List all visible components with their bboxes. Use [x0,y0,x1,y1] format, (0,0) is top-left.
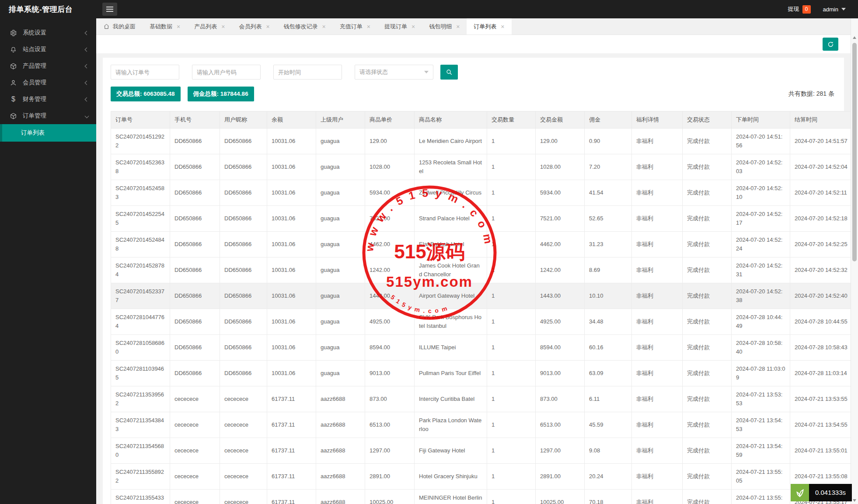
sidebar-item-5[interactable]: 订单管理 [0,108,96,124]
table-cell: 2024-07-21 13:55:12 [732,490,790,504]
tab-4[interactable]: 钱包修改记录× [277,18,333,35]
tab-6[interactable]: 提现订单× [377,18,422,35]
table-header-row: 订单号手机号用户昵称余额上级用户商品单价商品名称交易数量交易金额佣金福利详情交易… [111,111,852,129]
order-number-input[interactable] [111,65,179,80]
tab-8[interactable]: 订单列表× [467,18,511,35]
table-cell: 60.16 [585,335,632,361]
table-cell: 1297.00 [536,438,585,464]
content-toolbar [96,35,851,53]
table-cell: aazz6688 [316,412,365,438]
table-cell: 10031.06 [267,283,316,309]
table-cell: 非福利 [632,412,683,438]
table-cell: 非福利 [632,386,683,412]
table-row: SC24072113539562cececececececece61737.11… [111,386,852,412]
hamburger-menu-button[interactable] [102,3,117,16]
sidebar-item-1[interactable]: 站点设置 [0,41,96,58]
trace-badge[interactable]: 0.041333s [791,484,852,501]
home-icon [103,23,110,30]
table-cell: 完成付款 [683,154,732,180]
table-cell: 1 [487,283,536,309]
table-cell: 1 [487,438,536,464]
tab-3[interactable]: 会员列表× [232,18,276,35]
close-icon[interactable]: × [456,24,460,30]
table-cell: 7521.00 [536,206,585,232]
table-cell: guagua [316,154,365,180]
tab-1[interactable]: 基础数据× [143,18,187,35]
user-number-input[interactable] [192,65,261,80]
scrollbar-thumb[interactable] [852,43,857,261]
table-cell: DD650866 [220,180,267,206]
close-icon[interactable]: × [266,24,269,30]
table-cell: guagua [316,129,365,154]
refresh-button[interactable] [823,38,838,51]
table-cell: DD650866 [220,335,267,361]
search-button[interactable] [440,65,458,80]
table-cell: SC24072113539562 [111,386,170,412]
sidebar-item-2[interactable]: 产品管理 [0,58,96,74]
tab-label: 钱包明细 [429,23,452,31]
orders-table: 订单号手机号用户昵称余额上级用户商品单价商品名称交易数量交易金额佣金福利详情交易… [111,111,852,504]
user-dropdown[interactable]: admin [823,6,846,13]
close-icon[interactable]: × [177,24,180,30]
status-select[interactable]: 请选择状态 [355,65,433,80]
scrollbar-down-arrow[interactable] [851,497,858,504]
table-cell: Strand Palace Hotel [415,206,487,232]
table-cell: 2024-07-28 10:44:55 [790,309,852,335]
table-cell: Fiji Gateway Hotel [415,438,487,464]
table-cell: James Cook Hotel Grand Chancellor [415,257,487,283]
chevron-down-icon [841,8,846,10]
close-icon[interactable]: × [367,24,370,30]
table-cell: DD650866 [220,129,267,154]
content-card: 请选择状态 交易总额: 6063085.48 佣金总额: 187844.86 共… [103,58,844,504]
table-cell: 完成付款 [683,257,732,283]
table-cell: 2024-07-28 11:03:09 [732,361,790,386]
table-cell: guagua [316,361,365,386]
table-cell: guagua [316,335,365,361]
table-cell: 完成付款 [683,490,732,504]
table-cell: 2024-07-20 14:52:03 [732,154,790,180]
column-header: 结算时间 [790,111,852,129]
sidebar-item-3[interactable]: 会员管理 [0,74,96,91]
table-cell: 非福利 [632,232,683,257]
sidebar-item-order-list-active[interactable]: 订单列表 [0,124,96,142]
tab-label: 充值订单 [340,23,363,31]
table-cell: 2024-07-20 14:52:17 [732,206,790,232]
sidebar-item-label: 订单管理 [23,112,85,120]
close-icon[interactable]: × [501,24,504,30]
table-cell: 63.09 [585,361,632,386]
sidebar-item-4[interactable]: $财务管理 [0,91,96,108]
table-cell: 2024-07-21 13:55:05 [732,464,790,490]
table-cell: SC24072810586860 [111,335,170,361]
table-cell: SC24072811039465 [111,361,170,386]
tab-0[interactable]: 我的桌面 [96,18,143,35]
table-cell: SC24072014528784 [111,257,170,283]
chevron-left-icon [85,64,89,68]
chevron-down-icon [424,71,429,73]
tab-7[interactable]: 钱包明细× [422,18,467,35]
column-header: 交易状态 [683,111,732,129]
table-cell: 1028.00 [536,154,585,180]
tab-label: 会员列表 [239,23,262,31]
table-cell: 61737.11 [267,438,316,464]
status-select-placeholder: 请选择状态 [359,68,388,76]
close-icon[interactable]: × [221,24,225,30]
tab-2[interactable]: 产品列表× [187,18,232,35]
table-row: SC24072014522545DD650866DD65086610031.06… [111,206,852,232]
table-cell: 10031.06 [267,206,316,232]
scrollbar-up-arrow[interactable] [851,34,858,41]
close-icon[interactable]: × [322,24,326,30]
table-cell: 非福利 [632,180,683,206]
table-cell: DD650866 [220,309,267,335]
table-cell: 10031.06 [267,180,316,206]
start-time-input[interactable] [273,65,342,80]
column-header: 上级用户 [316,111,365,129]
withdraw-menu[interactable]: 提现 0 [788,5,811,14]
table-cell: 非福利 [632,283,683,309]
table-cell: 完成付款 [683,386,732,412]
tab-5[interactable]: 充值订单× [333,18,377,35]
sidebar-item-0[interactable]: 系统设置 [0,24,96,41]
table-cell: 7521.00 [365,206,415,232]
table-cell: 2024-07-20 14:52:38 [732,283,790,309]
close-icon[interactable]: × [412,24,415,30]
vertical-scrollbar [851,18,858,504]
